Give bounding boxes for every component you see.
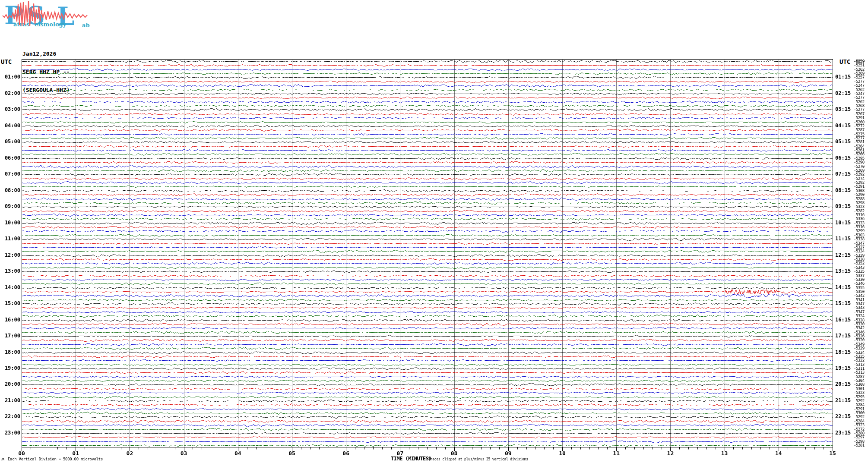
division-note: Each Vertical Division = 5000.00 microvo… bbox=[8, 457, 103, 461]
hour-label-left: 16:00 bbox=[0, 317, 20, 323]
hour-label-left: 09:00 bbox=[0, 204, 20, 209]
trace-offset-value: -5290 bbox=[854, 161, 865, 164]
trace-offset-value-overlay: -8059 bbox=[854, 60, 865, 63]
minute-tick-label: 05 bbox=[283, 450, 301, 457]
time-axis-label: TIME (MINUTES) bbox=[391, 456, 431, 462]
trace-offset-value: -5281 bbox=[854, 140, 865, 144]
hour-label-left: 12:00 bbox=[0, 252, 20, 258]
trace-offset-value: -5323 bbox=[854, 205, 865, 209]
trace-offset-value: -5277 bbox=[854, 96, 865, 100]
trace-offset-value: -5287 bbox=[854, 128, 865, 132]
trace-offset-value: -5338 bbox=[854, 237, 865, 241]
hour-label-left: 03:00 bbox=[0, 107, 20, 112]
trace-offset-value: -5247 bbox=[854, 84, 865, 88]
trace-offset-value: -5284 bbox=[854, 403, 865, 407]
trace-offset-value: -5335 bbox=[854, 270, 865, 274]
trace-offset-value: -5290 bbox=[854, 193, 865, 197]
minute-tick-label: 02 bbox=[121, 450, 138, 457]
trace-offset-value: -5334 bbox=[854, 249, 865, 253]
hour-label-left: 21:00 bbox=[0, 398, 20, 403]
hour-label-left: 05:00 bbox=[0, 139, 20, 145]
hour-label-left: 23:00 bbox=[0, 430, 20, 436]
hour-label-left: 20:00 bbox=[0, 381, 20, 387]
trace-offset-value: -5323 bbox=[854, 391, 865, 395]
minute-tick-label: 13 bbox=[716, 450, 733, 457]
hour-label-left: 19:00 bbox=[0, 365, 20, 371]
clip-note: Traces clipped at plus/minus 25 vertical… bbox=[428, 457, 528, 461]
trace-offset-value: -5323 bbox=[854, 423, 865, 427]
trace-offset-value: -5251 bbox=[854, 63, 865, 67]
trace-offset-value: -5342 bbox=[854, 294, 865, 298]
hour-label-left: 01:00 bbox=[0, 74, 20, 80]
header-date: Jan12,2026 bbox=[22, 51, 70, 57]
seismogram-canvas bbox=[0, 0, 868, 466]
minute-tick-label: 11 bbox=[608, 450, 625, 457]
minute-tick-label: 09 bbox=[500, 450, 517, 457]
helicorder-page: P S L atras eismology ab Jan12,2026 SERG… bbox=[0, 0, 868, 466]
corner-squiggle: ʍ bbox=[1, 457, 4, 461]
minute-tick-label: 01 bbox=[67, 450, 84, 457]
logo-word-eismology: eismology bbox=[35, 21, 67, 28]
trace-offset-value: -5346 bbox=[854, 282, 865, 286]
trace-offset-value: -5329 bbox=[854, 346, 865, 350]
hour-label-left: 10:00 bbox=[0, 220, 20, 226]
hour-label-left: 13:00 bbox=[0, 268, 20, 274]
header-channel: SERG HHZ HP -- bbox=[22, 69, 70, 75]
utc-right-label: UTC bbox=[839, 58, 850, 65]
hour-label-left: 15:00 bbox=[0, 301, 20, 306]
trace-offset-value: -5281 bbox=[854, 444, 865, 447]
minute-tick-label: 06 bbox=[337, 450, 355, 457]
hour-label-left: 14:00 bbox=[0, 285, 20, 290]
hour-label-left: 11:00 bbox=[0, 236, 20, 242]
hour-label-left: 17:00 bbox=[0, 333, 20, 339]
hour-label-left: 08:00 bbox=[0, 188, 20, 193]
logo-word-ab: ab bbox=[82, 22, 90, 28]
trace-offset-value: -5336 bbox=[854, 217, 865, 221]
trace-offset-value: -5322 bbox=[854, 359, 865, 362]
hour-label-left: 22:00 bbox=[0, 414, 20, 419]
hour-label-left: 06:00 bbox=[0, 155, 20, 161]
trace-offset-value: -5342 bbox=[854, 326, 865, 330]
minute-tick-label: 00 bbox=[13, 450, 30, 457]
minute-tick-label: 04 bbox=[229, 450, 247, 457]
hour-label-left: 18:00 bbox=[0, 350, 20, 355]
minute-tick-label: 15 bbox=[824, 450, 841, 457]
hour-label-left: 04:00 bbox=[0, 123, 20, 129]
trace-offset-value: -5313 bbox=[854, 371, 865, 375]
minute-tick-label: 14 bbox=[770, 450, 787, 457]
minute-tick-label: 10 bbox=[554, 450, 571, 457]
hour-label-left: 07:00 bbox=[0, 171, 20, 177]
psl-logo: P S L atras eismology ab bbox=[2, 0, 92, 28]
trace-offset-value: -5292 bbox=[854, 173, 865, 176]
hour-label-left: 02:00 bbox=[0, 91, 20, 96]
trace-offset-value: -5324 bbox=[854, 314, 865, 318]
trace-offset-value: -5291 bbox=[854, 116, 865, 120]
minute-tick-label: 08 bbox=[446, 450, 463, 457]
minute-tick-label: 03 bbox=[175, 450, 193, 457]
header-station: (SERGOULA-HHZ) bbox=[22, 87, 70, 93]
plot-header: Jan12,2026 SERG HHZ HP -- (SERGOULA-HHZ) bbox=[22, 39, 70, 105]
minute-tick-label: 12 bbox=[662, 450, 679, 457]
utc-left-label: UTC bbox=[1, 58, 12, 65]
trace-offset-value: -5297 bbox=[854, 435, 865, 439]
